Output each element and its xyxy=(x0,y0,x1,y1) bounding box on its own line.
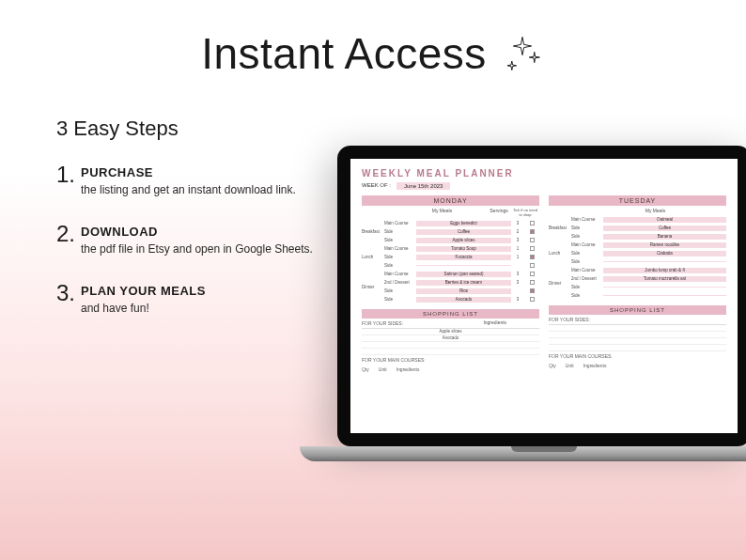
shop-item xyxy=(549,332,726,338)
meal-row: 2nd / DessertTomato mozzarella sal xyxy=(571,274,726,283)
col-my-meals: My Meals xyxy=(584,208,726,213)
meal-row: Main CourseJumbo lump crab & fi xyxy=(571,266,726,274)
tick-cell xyxy=(524,297,539,303)
meal-item: Salmon (pan seared) xyxy=(416,272,511,277)
meal-row: 2nd / DessertBerries & ice cream3 xyxy=(384,278,539,287)
checkbox-icon xyxy=(530,263,535,268)
course-label: Side xyxy=(384,255,416,259)
step-1: 1. PURCHASE the listing and get an insta… xyxy=(56,163,319,198)
meal-item: Tomato mozzarella sal xyxy=(603,276,726,282)
stars-icon xyxy=(500,31,545,76)
shopping-header: SHOPPING LIST xyxy=(362,309,539,319)
step-2: 2. DOWNLOAD the pdf file in Etsy and ope… xyxy=(56,223,319,257)
step-desc: the listing and get an instant download … xyxy=(81,181,296,198)
meal-row: SideFocaccia1 xyxy=(384,253,539,261)
meal-item: Banana xyxy=(603,234,726,240)
checkbox-icon xyxy=(530,297,535,302)
qty-label: Qty xyxy=(362,366,369,372)
step-number: 1. xyxy=(56,163,75,198)
shop-item xyxy=(549,325,726,332)
course-label: Side xyxy=(384,297,416,302)
checkbox-icon xyxy=(530,288,535,293)
course-label: Main Course xyxy=(571,242,603,247)
meal-row: SideRice xyxy=(384,287,539,295)
meal-type-label: Lunch xyxy=(549,241,571,266)
serving-value: 3 xyxy=(511,280,524,285)
meal-item: Focaccia xyxy=(416,255,511,260)
serving-value: 2 xyxy=(511,229,524,234)
meal-group: DinnerMain CourseJumbo lump crab & fi2nd… xyxy=(549,266,726,300)
ing-label: Ingredients xyxy=(396,366,420,372)
shop-item xyxy=(362,342,539,349)
meal-row: Main CourseSalmon (pan seared)3 xyxy=(384,270,539,278)
shop-item: Apple slices xyxy=(362,329,539,335)
meal-row: Side xyxy=(384,261,539,270)
meal-item: Coffee xyxy=(603,226,726,231)
checkbox-icon xyxy=(530,246,535,251)
shop-ing-label: Ingredients xyxy=(451,319,540,328)
step-heading: DOWNLOAD xyxy=(81,225,313,239)
course-label: Side xyxy=(571,293,603,298)
unit-label: Unit xyxy=(379,366,387,372)
course-label: Side xyxy=(384,238,416,242)
course-label: Main Course xyxy=(571,217,603,222)
meal-item: Ramen noodles xyxy=(603,242,726,248)
meal-row: Main CourseTomato Soup1 xyxy=(384,244,539,253)
tick-cell xyxy=(524,280,539,286)
checkbox-icon xyxy=(530,229,535,234)
planner-title: WEEKLY MEAL PLANNER xyxy=(362,168,726,179)
course-label: Side xyxy=(571,234,603,239)
shop-item xyxy=(549,345,726,351)
course-label: Side xyxy=(571,285,603,289)
meal-item: Berries & ice cream xyxy=(416,280,511,286)
serving-value: 1 xyxy=(511,246,524,251)
page-title: Instant Access xyxy=(201,28,487,79)
meal-row: Side xyxy=(571,257,726,266)
course-label: Side xyxy=(384,288,416,293)
meal-row: SideCoffee xyxy=(571,224,726,232)
tick-cell xyxy=(524,263,539,269)
day-header: TUESDAY xyxy=(549,195,726,206)
tick-cell xyxy=(524,238,539,243)
serving-value: 3 xyxy=(511,238,524,242)
meal-row: SideApple slices3 xyxy=(384,236,539,244)
course-label: Main Course xyxy=(384,246,416,251)
meal-group: BreakfastMain CourseEggs benedict3SideCo… xyxy=(362,219,539,244)
meal-row: Main CourseEggs benedict3 xyxy=(384,219,539,227)
tick-cell xyxy=(524,221,539,226)
course-label: Main Course xyxy=(384,272,416,276)
day-column-monday: MONDAY My Meals Servings Tick if no need… xyxy=(362,195,539,374)
unit-label: Unit xyxy=(566,363,574,368)
shop-mains-label: FOR YOUR MAIN COURSES: xyxy=(549,351,726,361)
shop-sides-label: FOR YOUR SIDES: xyxy=(549,315,726,324)
tick-cell xyxy=(524,229,539,235)
meal-type-label: Dinner xyxy=(549,266,571,300)
meal-row: Main CourseOatmeal xyxy=(571,215,726,224)
meal-row: Side xyxy=(571,283,726,291)
tick-cell xyxy=(524,255,539,260)
meal-group: DinnerMain CourseSalmon (pan seared)32nd… xyxy=(362,270,539,303)
course-label: Side xyxy=(571,226,603,230)
meal-type-label: Dinner xyxy=(362,270,384,303)
meal-type-label: Lunch xyxy=(362,244,384,270)
course-label: Side xyxy=(384,263,416,268)
steps-column: 3 Easy Steps 1. PURCHASE the listing and… xyxy=(56,117,319,341)
course-label: Side xyxy=(571,251,603,256)
serving-value: 3 xyxy=(511,272,524,276)
day-header: MONDAY xyxy=(362,195,539,206)
shopping-header: SHOPPING LIST xyxy=(549,305,726,315)
meal-item: Rice xyxy=(416,288,511,294)
meal-item: Avocado xyxy=(416,297,511,303)
meal-row: Side xyxy=(571,291,726,300)
step-heading: PURCHASE xyxy=(81,165,296,179)
course-label: 2nd / Dessert xyxy=(571,276,603,281)
meal-item: Apple slices xyxy=(416,238,511,243)
meal-item: Oatmeal xyxy=(603,217,726,223)
week-row: WEEK OF : June 15th 2023 xyxy=(362,182,726,190)
shop-item: Avocado xyxy=(362,335,539,342)
meal-item xyxy=(603,287,726,288)
meal-group: LunchMain CourseRamen noodlesSideCiabatt… xyxy=(549,241,726,266)
checkbox-icon xyxy=(530,272,535,276)
shop-mains-label: FOR YOUR MAIN COURSES: xyxy=(362,355,539,365)
qty-label: Qty xyxy=(549,363,556,368)
